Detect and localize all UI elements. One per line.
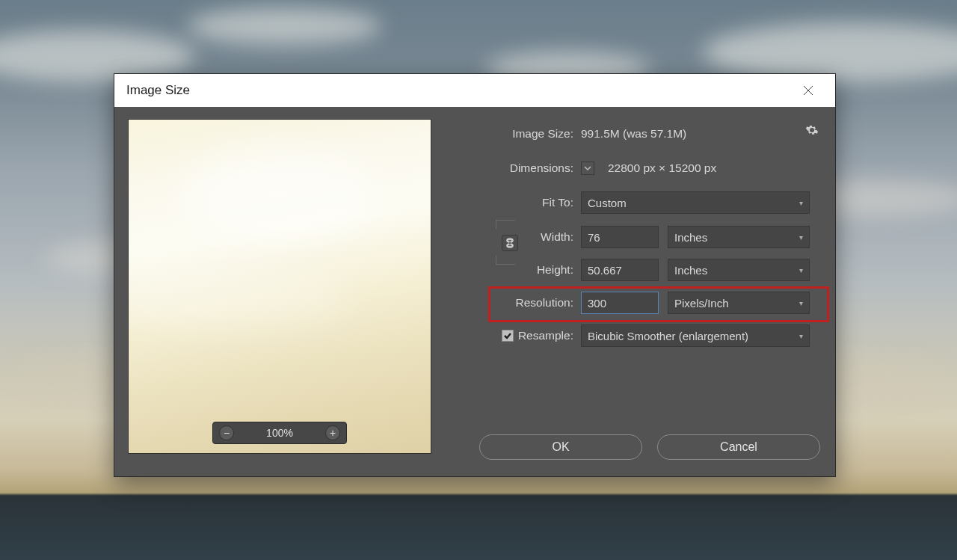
dimensions-value: 22800 px × 15200 px: [608, 161, 716, 175]
chevron-down-icon: ▾: [799, 233, 803, 241]
image-size-label: Image Size:: [452, 127, 581, 141]
check-icon: [503, 331, 512, 340]
chevron-down-icon: ▾: [799, 199, 803, 207]
link-dimensions: [496, 217, 524, 268]
dialog-title: Image Size: [126, 83, 190, 98]
chain-link-icon: [505, 238, 514, 248]
constrain-proportions-toggle[interactable]: [502, 235, 518, 251]
zoom-value: 100%: [266, 427, 293, 439]
resolution-unit-select[interactable]: Pixels/Inch▾: [668, 292, 810, 314]
close-icon: [803, 85, 813, 96]
resolution-input[interactable]: 300: [581, 292, 659, 314]
chevron-down-icon: ▾: [799, 266, 803, 274]
resample-checkbox[interactable]: [502, 330, 514, 342]
ok-button[interactable]: OK: [479, 434, 642, 460]
chevron-down-icon: ▾: [799, 299, 803, 307]
height-input[interactable]: 50.667: [581, 259, 659, 281]
dimensions-unit-toggle[interactable]: [581, 161, 594, 175]
resample-label: Resample:: [518, 329, 573, 342]
chevron-down-icon: [584, 164, 591, 172]
image-preview[interactable]: − 100% +: [128, 119, 431, 454]
height-unit-select[interactable]: Inches▾: [668, 259, 810, 281]
zoom-in-button[interactable]: +: [325, 425, 340, 440]
width-unit-select[interactable]: Inches▾: [668, 226, 810, 248]
image-size-dialog: Image Size − 100% + Image Size: 991.5M (…: [114, 73, 836, 477]
image-size-value: 991.5M (was 57.1M): [581, 127, 686, 141]
gear-icon: [805, 123, 819, 137]
fit-to-select[interactable]: Custom▾: [581, 191, 810, 214]
zoom-bar: − 100% +: [212, 422, 347, 444]
chevron-down-icon: ▾: [799, 332, 803, 340]
titlebar: Image Size: [114, 74, 835, 107]
resample-method-select[interactable]: Bicubic Smoother (enlargement)▾: [581, 324, 810, 347]
close-button[interactable]: [793, 76, 823, 105]
zoom-out-button[interactable]: −: [219, 425, 234, 440]
cancel-button[interactable]: Cancel: [657, 434, 820, 460]
width-input[interactable]: 76: [581, 226, 659, 248]
dimensions-label: Dimensions:: [452, 161, 581, 175]
settings-gear-button[interactable]: [805, 123, 819, 140]
fit-to-label: Fit To:: [452, 196, 581, 209]
resolution-label: Resolution:: [452, 296, 581, 310]
